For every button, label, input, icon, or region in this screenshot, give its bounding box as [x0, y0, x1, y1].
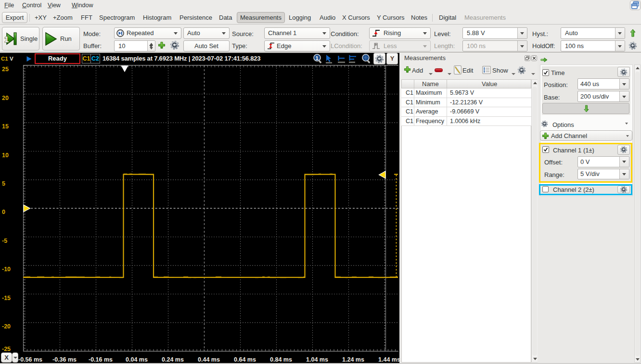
svg-text:0.64 ms: 0.64 ms: [234, 356, 256, 363]
svg-text:10: 10: [2, 152, 9, 159]
svg-text:1.24 ms: 1.24 ms: [342, 356, 364, 363]
svg-text:-25: -25: [2, 346, 11, 352]
svg-text:15: 15: [2, 123, 9, 130]
svg-text:25: 25: [2, 66, 9, 73]
svg-text:1.04 ms: 1.04 ms: [306, 356, 328, 363]
svg-text:0.24 ms: 0.24 ms: [162, 356, 184, 363]
svg-text:0: 0: [2, 209, 5, 215]
svg-text:5: 5: [2, 180, 5, 187]
svg-text:0.44 ms: 0.44 ms: [198, 356, 220, 363]
svg-text:-20: -20: [2, 323, 11, 330]
svg-text:-15: -15: [2, 295, 11, 301]
svg-text:1: 1: [316, 55, 319, 61]
svg-text:0.84 ms: 0.84 ms: [270, 356, 292, 363]
svg-text:-0.36 ms: -0.36 ms: [52, 356, 77, 363]
svg-text:-5: -5: [2, 238, 7, 244]
svg-text:20: 20: [2, 95, 9, 101]
svg-text:1.44 ms: 1.44 ms: [378, 356, 399, 363]
svg-text:-0.16 ms: -0.16 ms: [89, 356, 113, 363]
svg-text:1: 1: [4, 35, 9, 44]
svg-text:0.04 ms: 0.04 ms: [126, 356, 148, 363]
svg-text:-0.56 ms: -0.56 ms: [18, 356, 42, 363]
svg-text:-10: -10: [2, 266, 11, 273]
